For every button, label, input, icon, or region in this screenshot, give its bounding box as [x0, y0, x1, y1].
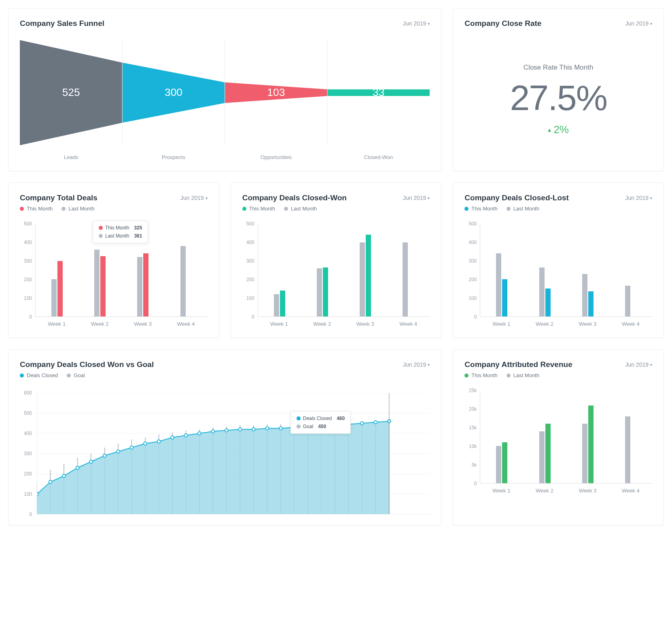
date-picker[interactable]: Jun 2019: [625, 20, 652, 27]
svg-text:300: 300: [165, 86, 182, 98]
bar: [94, 250, 100, 316]
svg-point-61: [252, 428, 255, 431]
svg-point-47: [62, 474, 66, 477]
svg-point-54: [157, 440, 161, 443]
bar: [496, 446, 501, 483]
y-axis-tick: 25k: [464, 388, 477, 393]
legend-last-month: Last Month: [61, 206, 94, 212]
y-axis-tick: 300: [242, 258, 254, 264]
svg-point-45: [37, 492, 38, 496]
bar: [137, 257, 142, 316]
svg-point-62: [266, 427, 269, 430]
funnel-stage-label: Leads: [20, 154, 122, 160]
bar: [317, 268, 322, 316]
y-axis-tick: 400: [20, 240, 32, 245]
bar: [502, 442, 507, 483]
svg-text:33: 33: [373, 86, 384, 98]
bar: [539, 431, 545, 483]
svg-text:525: 525: [62, 86, 80, 98]
bar: [545, 424, 551, 483]
x-axis-tick: Week 1: [480, 488, 523, 494]
date-picker[interactable]: Jun 2019: [403, 195, 430, 201]
kpi-delta: 2%: [548, 123, 569, 136]
bar: [403, 242, 408, 316]
svg-point-70: [374, 421, 377, 424]
bar: [582, 424, 587, 483]
date-picker[interactable]: Jun 2019: [403, 361, 430, 368]
y-axis-tick: 0: [242, 314, 254, 320]
legend-last-month: Last Month: [284, 206, 317, 212]
svg-text:103: 103: [267, 86, 285, 98]
date-picker[interactable]: Jun 2019: [625, 195, 652, 201]
y-axis-tick: 500: [20, 221, 32, 227]
y-axis-tick: 600: [20, 390, 32, 396]
date-picker[interactable]: Jun 2019: [625, 361, 652, 368]
card-title: Company Close Rate: [464, 19, 541, 28]
x-axis-tick: Week 1: [258, 321, 301, 327]
y-axis-tick: 400: [242, 240, 254, 245]
x-axis-tick: Week 4: [609, 488, 652, 494]
bar: [360, 242, 365, 316]
bar-chart: 0100200300400500: [242, 224, 430, 317]
x-axis-tick: Week 3: [566, 488, 609, 494]
date-picker[interactable]: Jun 2019: [403, 20, 430, 27]
bar-chart: This Month325 Last Month361 010020030040…: [20, 224, 208, 317]
legend-this-month: This Month: [20, 206, 53, 212]
y-axis-tick: 500: [464, 221, 477, 227]
y-axis-tick: 400: [464, 240, 477, 245]
close-rate-card: Company Close Rate Jun 2019 Close Rate T…: [453, 8, 664, 171]
bar: [588, 291, 594, 316]
svg-point-51: [117, 450, 120, 453]
area-chart: Deals Closed460 Goal450 0100200300400500…: [20, 393, 430, 514]
legend-this-month: This Month: [464, 372, 497, 378]
card-title: Company Deals Closed-Lost: [464, 193, 569, 202]
y-axis-tick: 15k: [464, 425, 477, 431]
x-axis-tick: Week 3: [121, 321, 164, 327]
x-axis-tick: Week 4: [387, 321, 430, 327]
x-axis-tick: Week 4: [164, 321, 207, 327]
y-axis-tick: 100: [20, 491, 32, 497]
y-axis-tick: 200: [20, 471, 32, 477]
y-axis-tick: 10k: [464, 444, 477, 449]
bar: [143, 253, 148, 316]
svg-point-69: [360, 422, 364, 425]
bar: [545, 289, 551, 316]
bar: [366, 235, 371, 316]
svg-point-46: [49, 480, 52, 484]
y-axis-tick: 300: [20, 451, 32, 456]
y-axis-tick: 400: [20, 431, 32, 436]
y-axis-tick: 0: [20, 511, 32, 517]
kpi-label: Close Rate This Month: [464, 64, 652, 72]
x-axis-tick: Week 4: [609, 321, 652, 327]
y-axis-tick: 0: [20, 314, 32, 320]
svg-point-49: [89, 460, 93, 463]
bar: [51, 279, 57, 316]
y-axis-tick: 100: [242, 295, 254, 301]
bar: [625, 286, 630, 316]
y-axis-tick: 20k: [464, 406, 477, 412]
x-axis-tick: Week 2: [301, 321, 343, 327]
funnel-stage-label: Closed-Won: [327, 154, 430, 160]
y-axis-tick: 0: [464, 314, 477, 320]
y-axis-tick: 200: [242, 277, 254, 282]
legend-this-month: This Month: [242, 206, 275, 212]
bar: [100, 256, 106, 316]
card-title: Company Attributed Revenue: [464, 360, 572, 369]
kpi-value: 27.5%: [464, 77, 652, 119]
svg-point-55: [171, 436, 174, 439]
y-axis-tick: 300: [464, 258, 477, 264]
date-picker[interactable]: Jun 2019: [180, 195, 208, 201]
y-axis-tick: 0: [464, 481, 477, 486]
won-vs-goal-card: Company Deals Closed Won vs Goal Jun 201…: [8, 349, 441, 525]
bar: [588, 405, 594, 483]
bar-chart: 0100200300400500: [464, 224, 652, 317]
closed-lost-card: Company Deals Closed-Lost Jun 2019 This …: [453, 183, 664, 338]
x-axis-tick: Week 1: [480, 321, 523, 327]
y-axis-tick: 200: [464, 277, 477, 282]
y-axis-tick: 100: [464, 295, 477, 301]
funnel-chart: 52530010333 LeadsProspectsOpportunitiesC…: [20, 40, 430, 160]
revenue-card: Company Attributed Revenue Jun 2019 This…: [453, 349, 664, 525]
bar: [496, 253, 501, 316]
legend-last-month: Last Month: [507, 372, 539, 378]
svg-point-56: [184, 434, 188, 437]
